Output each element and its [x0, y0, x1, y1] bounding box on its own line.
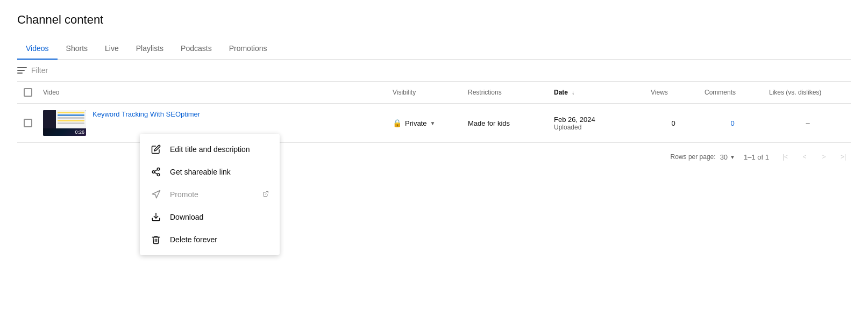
visibility-cell: 🔒 Private ▼	[388, 117, 464, 129]
table-row: 0:26 Keyword Tracking With SEOptimer 🔒 P…	[17, 104, 851, 143]
share-icon	[151, 167, 161, 177]
filter-label: Filter	[31, 66, 48, 75]
rows-per-page: Rows per page: 30 ▼	[671, 153, 735, 161]
menu-promote-label: Promote	[170, 190, 254, 199]
page-wrapper: Channel content Videos Shorts Live Playl…	[0, 0, 868, 325]
tab-shorts[interactable]: Shorts	[58, 38, 96, 59]
video-table: Video Visibility Restrictions Date ↓ Vie…	[17, 82, 851, 143]
sort-arrow: ↓	[572, 90, 574, 96]
menu-item-delete[interactable]: Delete forever	[140, 228, 280, 251]
video-duration: 0:26	[43, 128, 86, 136]
video-info: Keyword Tracking With SEOptimer	[93, 110, 384, 120]
date-cell: Feb 26, 2024 Uploaded	[550, 113, 646, 133]
tabs-bar: Videos Shorts Live Playlists Podcasts Pr…	[17, 38, 851, 60]
lock-icon: 🔒	[393, 119, 402, 127]
thumb-row-2	[58, 114, 84, 116]
comments-cell: 0	[700, 117, 765, 129]
menu-item-promote: Promote	[140, 183, 280, 206]
thumb-content	[56, 110, 86, 128]
col-comments: Comments	[700, 86, 765, 98]
tab-podcasts[interactable]: Podcasts	[172, 38, 220, 59]
table-header: Video Visibility Restrictions Date ↓ Vie…	[17, 82, 851, 104]
thumb-row-5	[58, 122, 84, 124]
comments-link[interactable]: 0	[730, 119, 734, 127]
menu-item-download[interactable]: Download	[140, 206, 280, 228]
date-main: Feb 26, 2024	[554, 115, 642, 124]
col-video: Video	[39, 86, 388, 98]
menu-share-label: Get shareable link	[170, 168, 269, 176]
rows-dropdown-arrow: ▼	[730, 154, 735, 160]
rows-select[interactable]: 30 ▼	[720, 153, 735, 161]
menu-delete-label: Delete forever	[170, 235, 269, 244]
thumb-row-3	[58, 117, 84, 119]
external-link-icon	[262, 191, 269, 199]
menu-item-share[interactable]: Get shareable link	[140, 161, 280, 183]
video-title[interactable]: Keyword Tracking With SEOptimer	[93, 110, 384, 118]
select-all-checkbox[interactable]	[24, 88, 32, 97]
context-menu: Edit title and description Get shareabl	[140, 134, 280, 255]
thumb-grid	[43, 110, 86, 128]
pagination-last[interactable]: >|	[836, 149, 851, 164]
tab-playlists[interactable]: Playlists	[127, 38, 172, 59]
col-likes: Likes (vs. dislikes)	[765, 86, 851, 98]
video-thumbnail: 0:26	[43, 110, 86, 136]
col-date[interactable]: Date ↓	[550, 86, 646, 98]
menu-download-label: Download	[170, 213, 269, 221]
rows-per-page-label: Rows per page:	[671, 153, 716, 161]
thumb-row-4	[58, 120, 84, 121]
tab-live[interactable]: Live	[96, 38, 127, 59]
rows-per-page-value: 30	[720, 153, 728, 161]
svg-line-3	[154, 172, 157, 174]
row-checkbox[interactable]	[24, 119, 32, 127]
col-visibility: Visibility	[388, 86, 464, 98]
svg-line-5	[265, 191, 268, 194]
tab-promotions[interactable]: Promotions	[220, 38, 276, 59]
pagination-next[interactable]: >	[816, 149, 831, 164]
pagination-first[interactable]: |<	[778, 149, 793, 164]
thumb-row-1	[58, 112, 84, 113]
col-checkbox	[17, 86, 39, 99]
thumb-sidebar	[43, 110, 56, 128]
page-title: Channel content	[17, 13, 851, 27]
menu-edit-label: Edit title and description	[170, 145, 269, 154]
pagination-prev[interactable]: <	[797, 149, 812, 164]
svg-line-4	[154, 170, 157, 171]
tab-videos[interactable]: Videos	[17, 38, 58, 59]
date-sub: Uploaded	[554, 124, 642, 131]
visibility-dropdown[interactable]: ▼	[430, 120, 435, 126]
row-checkbox-cell	[17, 117, 39, 129]
filter-icon[interactable]	[17, 67, 27, 74]
likes-cell: –	[765, 117, 851, 129]
col-views: Views	[646, 86, 700, 98]
views-cell: 0	[646, 117, 700, 129]
col-restrictions: Restrictions	[464, 86, 550, 98]
visibility-value: Private	[405, 119, 426, 127]
pencil-icon	[151, 145, 161, 154]
pagination-info: 1–1 of 1	[744, 153, 769, 161]
filter-bar: Filter	[17, 60, 851, 82]
restrictions-cell: Made for kids	[464, 117, 550, 129]
menu-item-edit[interactable]: Edit title and description	[140, 138, 280, 161]
download-icon	[151, 212, 161, 222]
trash-icon	[151, 235, 161, 244]
megaphone-icon	[151, 190, 161, 199]
